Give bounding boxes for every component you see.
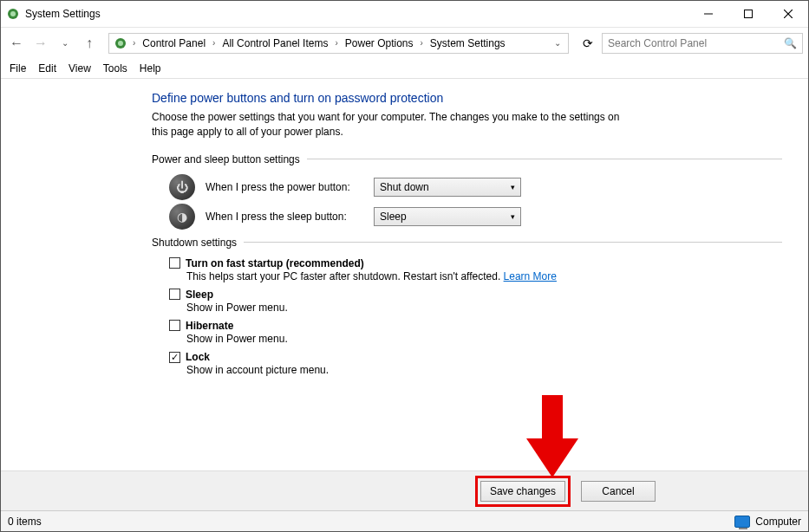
page-heading: Define power buttons and turn on passwor… [152, 91, 782, 105]
breadcrumb-item[interactable]: Control Panel [140, 37, 208, 49]
chevron-right-icon: › [210, 38, 218, 48]
menu-edit[interactable]: Edit [38, 62, 56, 75]
back-button[interactable]: ← [6, 33, 27, 54]
computer-icon [734, 516, 750, 528]
navbar: ← → ⌄ ↑ › Control Panel › All Control Pa… [1, 27, 808, 58]
app-icon [6, 7, 20, 21]
breadcrumb[interactable]: › Control Panel › All Control Panel Item… [108, 33, 569, 54]
menu-help[interactable]: Help [140, 62, 161, 75]
dropdown-value: Sleep [380, 211, 407, 223]
power-button-dropdown[interactable]: Shut down ▾ [374, 178, 521, 197]
search-input[interactable]: Search Control Panel 🔍 [602, 33, 803, 54]
svg-rect-3 [745, 10, 753, 18]
lock-checkbox[interactable]: ✓ [169, 352, 180, 363]
learn-more-link[interactable]: Learn More [504, 270, 557, 282]
lock-desc: Show in account picture menu. [186, 363, 782, 377]
chevron-right-icon: › [418, 38, 426, 48]
page-description: Choose the power settings that you want … [152, 110, 637, 139]
chevron-right-icon: › [332, 38, 340, 48]
minimize-button[interactable] [688, 1, 728, 27]
fast-startup-label: Turn on fast startup (recommended) [186, 257, 364, 269]
power-icon: ⏻ [169, 174, 195, 200]
svg-point-1 [10, 11, 16, 16]
window-title: System Settings [25, 8, 101, 20]
menu-file[interactable]: File [10, 62, 26, 75]
breadcrumb-item[interactable]: System Settings [427, 37, 508, 49]
titlebar: System Settings [1, 1, 808, 27]
sleep-desc: Show in Power menu. [186, 301, 782, 315]
close-button[interactable] [768, 1, 808, 27]
hibernate-label: Hibernate [186, 320, 233, 332]
refresh-button[interactable]: ⟳ [577, 33, 598, 54]
statusbar: 0 items Computer [1, 510, 808, 531]
cancel-button[interactable]: Cancel [581, 481, 656, 502]
up-button[interactable]: ↑ [79, 33, 100, 54]
sleep-button-dropdown[interactable]: Sleep ▾ [374, 207, 521, 226]
power-button-label: When I press the power button: [206, 181, 363, 193]
status-computer-label: Computer [755, 516, 801, 528]
breadcrumb-dropdown[interactable]: ⌄ [554, 38, 561, 48]
search-icon: 🔍 [784, 37, 797, 49]
lock-label: Lock [186, 351, 210, 363]
forward-button[interactable]: → [30, 33, 51, 54]
fast-startup-checkbox[interactable] [169, 257, 180, 269]
chevron-down-icon: ▾ [511, 183, 515, 191]
chevron-down-icon: ▾ [511, 212, 515, 221]
sleep-checkbox[interactable] [169, 289, 180, 300]
menubar: File Edit View Tools Help [1, 58, 808, 79]
menu-view[interactable]: View [69, 62, 91, 75]
save-highlight-annotation: Save changes [475, 476, 571, 507]
section-label: Shutdown settings [152, 237, 237, 249]
sleep-icon: ◑ [169, 204, 195, 230]
menu-tools[interactable]: Tools [103, 62, 127, 75]
section-label: Power and sleep button settings [152, 153, 300, 165]
breadcrumb-icon [113, 36, 128, 51]
breadcrumb-item[interactable]: All Control Panel Items [219, 37, 330, 49]
section-power-buttons: Power and sleep button settings [152, 153, 782, 165]
status-item-count: 0 items [8, 516, 42, 528]
svg-point-7 [118, 41, 123, 46]
sleep-button-label: When I press the sleep button: [206, 211, 363, 223]
footer-buttons: Save changes Cancel [1, 470, 808, 510]
hibernate-desc: Show in Power menu. [186, 332, 782, 346]
content-area: Define power buttons and turn on passwor… [1, 79, 808, 470]
recent-dropdown[interactable]: ⌄ [55, 33, 75, 54]
search-placeholder: Search Control Panel [608, 37, 707, 49]
section-shutdown: Shutdown settings [152, 237, 782, 249]
maximize-button[interactable] [728, 1, 768, 27]
hibernate-checkbox[interactable] [169, 320, 180, 331]
dropdown-value: Shut down [380, 181, 429, 193]
sleep-label: Sleep [186, 289, 213, 301]
save-changes-button[interactable]: Save changes [480, 481, 565, 502]
breadcrumb-item[interactable]: Power Options [343, 37, 416, 49]
chevron-right-icon: › [130, 38, 138, 48]
fast-startup-desc: This helps start your PC faster after sh… [186, 269, 782, 283]
